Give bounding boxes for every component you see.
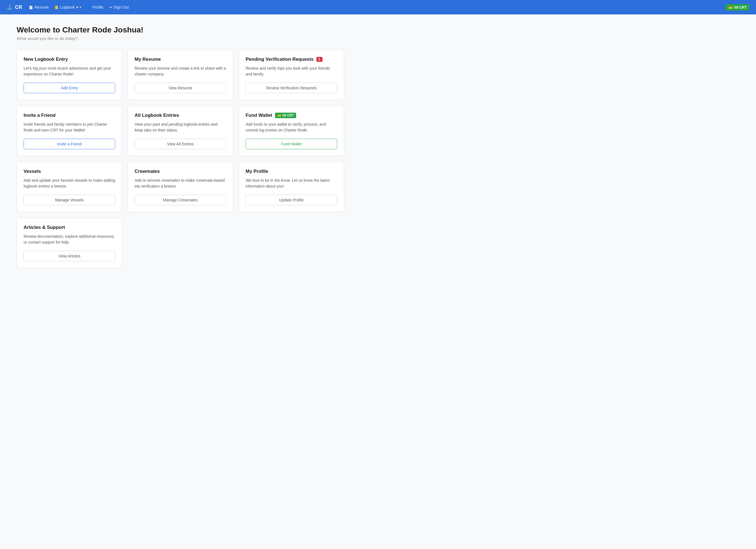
card-header-pending-verification: Pending Verification Requests 1 [246,57,337,62]
nav-right: 💳 59 CRT [725,4,749,11]
card-title-fund-wallet: Fund Wallet [246,113,272,118]
card-new-logbook-entry: New Logbook Entry Let's log your most re… [17,50,122,100]
card-desc-my-resume: Review your resume and create a link to … [135,66,226,77]
card-articles-support: Articles & Support Review documentation,… [17,218,122,268]
badge-fund-wallet: 💳59 CRT [275,113,296,118]
card-title-vessels: Vessels [24,169,41,174]
person-icon [87,5,91,9]
nav-links: Resume Logbook ▾ Profile ↪ Sign Out [29,5,719,9]
anchor-icon: ⚓ [7,4,13,10]
card-title-invite-friend: Invite a Friend [24,113,56,118]
card-btn-fund-wallet[interactable]: Fund Wallet [246,139,337,149]
card-desc-all-logbook-entries: View your past and pending logbook entri… [135,122,226,133]
card-fund-wallet: Fund Wallet 💳59 CRT Add funds to your wa… [239,106,344,156]
doc-icon [29,5,33,9]
card-btn-invite-friend[interactable]: Invite a Friend [24,139,115,149]
nav-logbook-label: Logbook [60,5,75,9]
card-btn-all-logbook-entries[interactable]: View All Entries [135,139,226,149]
card-title-crewmates: Crewmates [135,169,160,174]
card-header-invite-friend: Invite a Friend [24,113,115,118]
navbar: ⚓ CR Resume Logbook ▾ Profile ↪ Sign Out… [0,0,756,14]
card-header-crewmates: Crewmates [135,169,226,174]
card-all-logbook-entries: All Logbook Entries View your past and p… [128,106,233,156]
card-desc-my-profile: We love to be in the know. Let us know t… [246,178,337,189]
card-header-all-logbook-entries: All Logbook Entries [135,113,226,118]
card-btn-my-profile[interactable]: Update Profile [246,195,337,205]
crt-balance-badge: 💳 59 CRT [725,4,749,11]
book-icon [54,5,59,9]
nav-brand[interactable]: ⚓ CR [7,4,22,10]
card-btn-vessels[interactable]: Manage Vessels [24,195,115,205]
badge-pending-verification: 1 [316,57,322,62]
main-content: Welcome to Charter Rode Joshua! What wou… [0,14,361,279]
cards-grid: New Logbook Entry Let's log your most re… [17,50,344,268]
card-title-all-logbook-entries: All Logbook Entries [135,113,179,118]
crt-amount: 59 CRT [734,5,747,9]
card-vessels: Vessels Add and update your favorite ves… [17,162,122,212]
card-desc-vessels: Add and update your favorite vessels to … [24,178,115,189]
card-my-profile: My Profile We love to be in the know. Le… [239,162,344,212]
page-title: Welcome to Charter Rode Joshua! [17,26,344,34]
card-desc-new-logbook-entry: Let's log your most recent adventures an… [24,66,115,77]
card-desc-fund-wallet: Add funds to your wallet to verify, proc… [246,122,337,133]
card-header-fund-wallet: Fund Wallet 💳59 CRT [246,113,337,118]
nav-signout-label: Sign Out [114,5,129,9]
nav-signout[interactable]: ↪ Sign Out [109,5,129,9]
card-my-resume: My Resume Review your resume and create … [128,50,233,100]
card-header-vessels: Vessels [24,169,115,174]
card-title-new-logbook-entry: New Logbook Entry [24,57,68,62]
card-desc-crewmates: Add or remove crewmates to make crewmate… [135,178,226,189]
card-btn-new-logbook-entry[interactable]: Add Entry [24,83,115,93]
chevron-down-icon: ▾ [76,5,78,9]
card-btn-crewmates[interactable]: Manage Crewmates [135,195,226,205]
card-desc-pending-verification: Review and verify trips you took with yo… [246,66,337,77]
card-header-my-resume: My Resume [135,57,226,62]
signout-icon: ↪ [109,5,112,9]
card-desc-invite-friend: Invite friends and family members to joi… [24,122,115,133]
card-header-articles-support: Articles & Support [24,225,115,230]
card-pending-verification: Pending Verification Requests 1 Review a… [239,50,344,100]
nav-resume-label: Resume [34,5,49,9]
nav-profile-label: Profile [92,5,104,9]
brand-text: CR [15,4,22,10]
card-desc-articles-support: Review documentation, explore additional… [24,234,115,245]
card-invite-friend: Invite a Friend Invite friends and famil… [17,106,122,156]
card-btn-my-resume[interactable]: View Resume [135,83,226,93]
card-title-articles-support: Articles & Support [24,225,65,230]
card-title-my-resume: My Resume [135,57,161,62]
page-subtitle: What would you like to do today? [17,36,344,41]
card-header-my-profile: My Profile [246,169,337,174]
card-crewmates: Crewmates Add or remove crewmates to mak… [128,162,233,212]
card-header-new-logbook-entry: New Logbook Entry [24,57,115,62]
card-title-my-profile: My Profile [246,169,268,174]
nav-logbook[interactable]: Logbook ▾ [54,5,81,9]
card-btn-articles-support[interactable]: View Articles [24,251,115,261]
nav-resume[interactable]: Resume [29,5,49,9]
card-title-pending-verification: Pending Verification Requests [246,57,314,62]
card-btn-pending-verification[interactable]: Review Verification Requests [246,83,337,93]
nav-profile[interactable]: Profile [87,5,104,9]
wallet-badge-icon: 💳 [277,114,281,117]
wallet-nav-icon: 💳 [728,5,733,9]
